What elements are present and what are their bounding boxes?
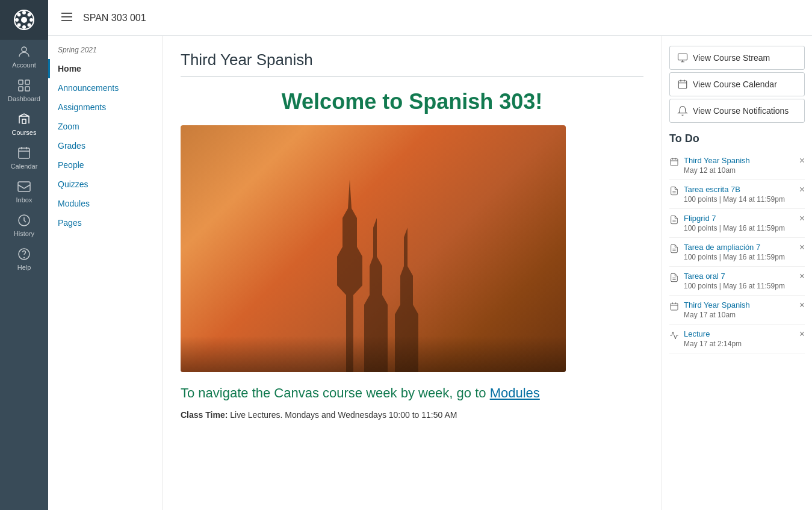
svg-rect-12 bbox=[25, 80, 29, 84]
todo-item-title[interactable]: Tarea de ampliación 7 bbox=[684, 243, 795, 252]
sidebar-item-assignments[interactable]: Assignments bbox=[48, 98, 162, 117]
calendar-item-icon bbox=[669, 302, 679, 313]
svg-rect-15 bbox=[22, 119, 26, 123]
todo-item: Third Year Spanish May 17 at 10am × bbox=[669, 296, 805, 325]
svg-rect-24 bbox=[678, 54, 687, 60]
todo-item-title[interactable]: Third Year Spanish bbox=[684, 156, 795, 165]
todo-item-title[interactable]: Third Year Spanish bbox=[684, 300, 795, 309]
todo-dismiss-button[interactable]: × bbox=[799, 185, 805, 194]
content-area: Spring 2021 Home Announcements Assignmen… bbox=[48, 36, 812, 510]
svg-rect-26 bbox=[671, 159, 678, 166]
modules-link[interactable]: Modules bbox=[490, 385, 540, 400]
todo-dismiss-button[interactable]: × bbox=[799, 214, 805, 223]
page-body: Third Year Spanish Welcome to Spanish 30… bbox=[163, 36, 662, 510]
view-notifications-button[interactable]: View Course Notifications bbox=[669, 99, 805, 123]
sidebar-item-grades[interactable]: Grades bbox=[48, 136, 162, 155]
svg-point-7 bbox=[28, 23, 31, 27]
main-content: SPAN 303 001 Spring 2021 Home Announceme… bbox=[48, 0, 812, 510]
sidebar-term: Spring 2021 bbox=[48, 43, 162, 59]
class-time-label: Class Time: bbox=[181, 410, 228, 420]
todo-item-meta: May 12 at 10am bbox=[684, 166, 795, 175]
svg-point-6 bbox=[17, 13, 21, 17]
svg-point-20 bbox=[24, 258, 25, 258]
todo-item-title[interactable]: Tarea oral 7 bbox=[684, 272, 795, 281]
todo-dismiss-button[interactable]: × bbox=[799, 300, 805, 310]
nav-item-help[interactable]: Help bbox=[0, 242, 48, 276]
svg-rect-17 bbox=[18, 182, 30, 191]
todo-dismiss-button[interactable]: × bbox=[799, 329, 805, 339]
bell-icon bbox=[677, 105, 688, 116]
todo-item: Tarea oral 7 100 points | May 16 at 11:5… bbox=[669, 267, 805, 296]
svg-point-2 bbox=[22, 11, 26, 14]
assignment-item-icon bbox=[669, 186, 679, 197]
calendar-item-icon bbox=[669, 157, 679, 169]
hamburger-menu-icon[interactable] bbox=[60, 10, 73, 25]
nav-label-history: History bbox=[14, 230, 34, 237]
sidebar-item-announcements[interactable]: Announcements bbox=[48, 78, 162, 98]
topbar-course-code: SPAN 303 001 bbox=[83, 13, 146, 23]
sidebar-item-modules[interactable]: Modules bbox=[48, 194, 162, 213]
nav-label-account: Account bbox=[12, 61, 36, 69]
right-panel: View Course Stream View Course Calendar … bbox=[662, 36, 812, 510]
todo-dismiss-button[interactable]: × bbox=[799, 272, 805, 281]
todo-item-title[interactable]: Tarea escrita 7B bbox=[684, 185, 795, 194]
svg-point-4 bbox=[15, 18, 19, 22]
sidebar-item-pages[interactable]: Pages bbox=[48, 213, 162, 232]
announcement-item-icon bbox=[669, 331, 679, 342]
svg-rect-14 bbox=[25, 87, 29, 91]
view-calendar-button[interactable]: View Course Calendar bbox=[669, 72, 805, 96]
svg-point-8 bbox=[28, 13, 31, 17]
svg-rect-11 bbox=[19, 80, 23, 84]
svg-rect-16 bbox=[19, 148, 29, 158]
view-stream-button[interactable]: View Course Stream bbox=[669, 46, 805, 70]
todo-item: Tarea de ampliación 7 100 points | May 1… bbox=[669, 238, 805, 267]
nav-item-courses[interactable]: Courses bbox=[0, 107, 48, 141]
nav-item-dashboard[interactable]: Dashboard bbox=[0, 73, 48, 107]
nav-item-inbox[interactable]: Inbox bbox=[0, 175, 48, 208]
nav-item-history[interactable]: History bbox=[0, 208, 48, 242]
page-title: Third Year Spanish bbox=[181, 51, 643, 69]
svg-rect-35 bbox=[671, 303, 678, 310]
course-image bbox=[181, 125, 566, 372]
nav-label-help: Help bbox=[17, 264, 31, 271]
stream-icon bbox=[677, 52, 688, 63]
todo-item: Lecture May 17 at 2:14pm × bbox=[669, 325, 805, 353]
todo-item-meta: 100 points | May 14 at 11:59pm bbox=[684, 195, 795, 204]
assignment-item-icon bbox=[669, 215, 679, 226]
class-time: Class Time: Live Lectures. Mondays and W… bbox=[181, 410, 643, 420]
sidebar-item-quizzes[interactable]: Quizzes bbox=[48, 175, 162, 194]
svg-rect-25 bbox=[678, 81, 687, 89]
svg-point-5 bbox=[29, 18, 33, 22]
todo-item-title[interactable]: Flipgrid 7 bbox=[684, 214, 795, 223]
left-navigation: Account Dashboard Courses Calendar bbox=[0, 0, 48, 510]
nav-label-dashboard: Dashboard bbox=[8, 95, 40, 102]
todo-item: Third Year Spanish May 12 at 10am × bbox=[669, 151, 805, 180]
todo-item-meta: 100 points | May 16 at 11:59pm bbox=[684, 282, 795, 290]
nav-item-calendar[interactable]: Calendar bbox=[0, 141, 48, 175]
nav-label-courses: Courses bbox=[12, 129, 37, 136]
logo[interactable] bbox=[0, 0, 48, 40]
sidebar-item-zoom[interactable]: Zoom bbox=[48, 117, 162, 136]
todo-dismiss-button[interactable]: × bbox=[799, 156, 805, 166]
page-header: Third Year Spanish bbox=[181, 51, 643, 77]
todo-item-meta: May 17 at 2:14pm bbox=[684, 340, 795, 348]
todo-dismiss-button[interactable]: × bbox=[799, 243, 805, 252]
sidebar-item-home[interactable]: Home bbox=[48, 59, 162, 78]
todo-item: Tarea escrita 7B 100 points | May 14 at … bbox=[669, 180, 805, 209]
todo-item-meta: 100 points | May 16 at 11:59pm bbox=[684, 253, 795, 261]
todo-section: To Do Third Year Spanish May 12 at 10am … bbox=[669, 132, 805, 353]
calendar-icon bbox=[677, 79, 688, 90]
todo-item-title[interactable]: Lecture bbox=[684, 329, 795, 338]
todo-title: To Do bbox=[669, 132, 805, 145]
nav-label-calendar: Calendar bbox=[11, 163, 38, 170]
class-time-value: Live Lectures. Mondays and Wednesdays 10… bbox=[230, 410, 457, 420]
nav-item-account[interactable]: Account bbox=[0, 40, 48, 73]
assignment-item-icon bbox=[669, 244, 679, 255]
svg-point-3 bbox=[22, 25, 26, 29]
topbar: SPAN 303 001 bbox=[48, 0, 812, 36]
svg-point-1 bbox=[21, 17, 27, 23]
sidebar-item-people[interactable]: People bbox=[48, 155, 162, 175]
welcome-heading: Welcome to Spanish 303! bbox=[181, 89, 643, 114]
svg-point-10 bbox=[22, 47, 26, 52]
nav-label-inbox: Inbox bbox=[16, 196, 33, 204]
